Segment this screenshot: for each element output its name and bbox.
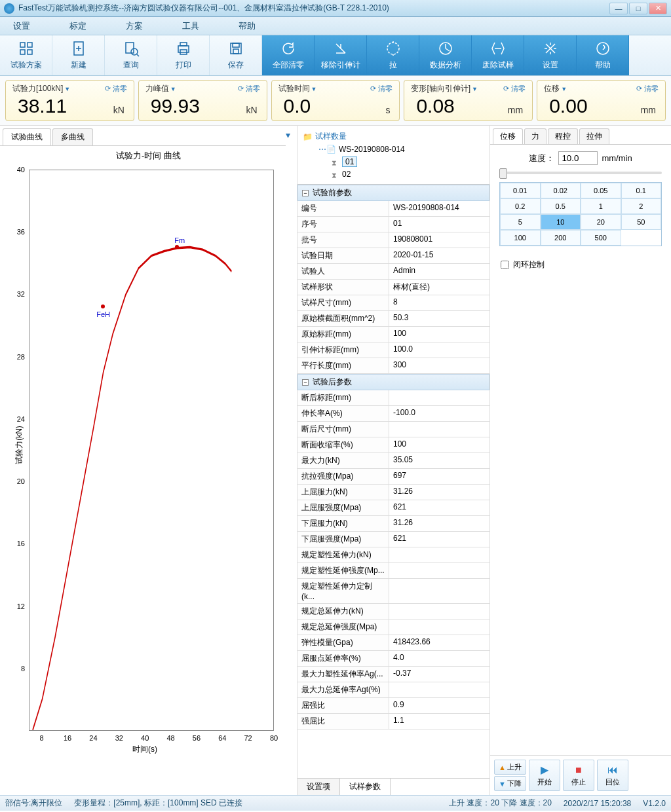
param-value[interactable]: Admin — [389, 264, 489, 279]
speed-preset[interactable]: 0.2 — [500, 198, 541, 214]
toolbar-4[interactable]: 保存 — [210, 35, 262, 75]
menu-settings[interactable]: 设置 — [13, 20, 30, 32]
param-value[interactable]: 418423.66 — [389, 635, 489, 650]
toolbar-10[interactable]: 设置 — [524, 35, 577, 75]
param-value[interactable]: 35.05 — [389, 453, 489, 468]
tab-single-curve[interactable]: 试验曲线 — [3, 128, 51, 145]
reset-button[interactable]: ⟳ 清零 — [636, 84, 659, 94]
param-value[interactable] — [389, 682, 489, 697]
param-section[interactable]: −试验前参数 — [297, 185, 489, 201]
toolbar-3[interactable]: 打印 — [157, 35, 210, 75]
menu-tools[interactable]: 工具 — [182, 20, 199, 32]
rtab-force[interactable]: 力 — [524, 128, 546, 144]
param-value[interactable]: 01 — [389, 217, 489, 232]
speed-preset[interactable]: 0.5 — [541, 198, 581, 214]
down-button[interactable]: ▼下降 — [494, 776, 526, 791]
param-section[interactable]: −试验后参数 — [297, 374, 489, 390]
toolbar-7[interactable]: 拉 — [367, 35, 419, 75]
param-value[interactable]: 1.1 — [389, 714, 489, 729]
speed-input[interactable] — [558, 151, 598, 165]
tree-sample-01[interactable]: 01 — [303, 155, 484, 168]
toolbar-2[interactable]: 查询 — [105, 35, 157, 75]
dropdown-icon[interactable]: ▼ — [561, 86, 567, 92]
param-value[interactable]: 100.0 — [389, 342, 489, 358]
reset-button[interactable]: ⟳ 清零 — [105, 84, 127, 94]
toolbar-9[interactable]: 废除试样 — [472, 35, 524, 75]
stop-button[interactable]: ■停止 — [563, 760, 594, 791]
param-value[interactable]: 621 — [389, 500, 489, 515]
up-button[interactable]: ▲上升 — [494, 760, 526, 775]
param-value[interactable]: 31.26 — [389, 485, 489, 500]
param-value[interactable]: -100.0 — [389, 406, 489, 421]
param-value[interactable]: 31.26 — [389, 516, 489, 531]
param-value[interactable]: 4.0 — [389, 651, 489, 666]
reset-button[interactable]: ⟳ 清零 — [503, 84, 526, 94]
speed-preset[interactable]: 50 — [621, 214, 662, 230]
speed-preset[interactable]: 0.05 — [581, 183, 621, 198]
param-value[interactable]: 2020-01-15 — [389, 248, 489, 263]
btab-sample-params[interactable]: 试样参数 — [340, 779, 391, 795]
speed-slider[interactable] — [499, 172, 662, 174]
speed-preset[interactable]: 100 — [500, 230, 541, 246]
param-value[interactable] — [389, 579, 489, 603]
param-value[interactable] — [389, 547, 489, 563]
return-button[interactable]: ⏮回位 — [597, 760, 628, 791]
param-value[interactable]: 190808001 — [389, 232, 489, 248]
speed-preset[interactable]: 0.1 — [621, 183, 662, 198]
toolbar-11[interactable]: 帮助 — [577, 35, 629, 75]
speed-preset[interactable]: 200 — [541, 230, 581, 246]
menu-help[interactable]: 帮助 — [239, 20, 256, 32]
close-button[interactable]: ✕ — [649, 3, 667, 14]
minimize-button[interactable]: — — [609, 3, 628, 14]
dropdown-icon[interactable]: ▼ — [472, 86, 478, 92]
speed-preset[interactable]: 2 — [621, 198, 662, 214]
maximize-button[interactable]: □ — [629, 3, 647, 14]
speed-preset[interactable]: 500 — [581, 230, 621, 246]
toolbar-8[interactable]: 数据分析 — [419, 35, 472, 75]
dropdown-icon[interactable]: ▼ — [64, 86, 70, 92]
collapse-icon[interactable]: − — [302, 379, 309, 386]
speed-preset[interactable]: 0.02 — [541, 183, 581, 198]
speed-preset[interactable]: 20 — [581, 214, 621, 230]
rtab-program[interactable]: 程控 — [548, 128, 578, 144]
param-value[interactable]: 100 — [389, 437, 489, 452]
closed-loop-input[interactable] — [501, 261, 509, 269]
rtab-displacement[interactable]: 位移 — [493, 128, 523, 144]
menu-plan[interactable]: 方案 — [126, 20, 143, 32]
toolbar-1[interactable]: 新建 — [52, 35, 105, 75]
rtab-tensile[interactable]: 拉伸 — [579, 128, 609, 144]
toolbar-5[interactable]: 全部清零 — [262, 35, 315, 75]
toolbar-0[interactable]: 试验方案 — [0, 35, 52, 75]
tree-batch[interactable]: ⋯📄WS-20190808-014 — [303, 143, 484, 155]
reset-button[interactable]: ⟳ 清零 — [238, 84, 260, 94]
tree-sample-02[interactable]: 02 — [303, 168, 484, 180]
toolbar-6[interactable]: 移除引伸计 — [315, 35, 367, 75]
param-value[interactable]: 697 — [389, 469, 489, 484]
speed-preset[interactable]: 1 — [581, 198, 621, 214]
param-value[interactable] — [389, 563, 489, 578]
menu-calibrate[interactable]: 标定 — [69, 20, 86, 32]
param-value[interactable] — [389, 604, 489, 619]
collapse-icon[interactable]: − — [302, 190, 309, 196]
closed-loop-checkbox[interactable]: 闭环控制 — [501, 259, 661, 270]
param-value[interactable]: 100 — [389, 327, 489, 342]
dropdown-icon[interactable]: ▼ — [311, 86, 317, 92]
param-value[interactable]: 50.3 — [389, 311, 489, 326]
tab-multi-curve[interactable]: 多曲线 — [52, 128, 93, 145]
dropdown-icon[interactable]: ▼ — [170, 86, 176, 92]
param-value[interactable]: 621 — [389, 532, 489, 547]
reset-button[interactable]: ⟳ 清零 — [370, 84, 393, 94]
param-value[interactable] — [389, 619, 489, 635]
param-value[interactable]: 8 — [389, 295, 489, 310]
speed-preset[interactable]: 10 — [541, 214, 581, 230]
btab-settings[interactable]: 设置项 — [297, 779, 340, 795]
param-value[interactable]: 0.9 — [389, 698, 489, 713]
speed-preset[interactable]: 0.01 — [500, 183, 541, 198]
start-button[interactable]: ▶开始 — [529, 760, 560, 791]
speed-preset[interactable]: 5 — [500, 214, 541, 230]
param-value[interactable] — [389, 422, 489, 437]
chart-dropdown-icon[interactable]: ▾ — [286, 130, 290, 146]
param-value[interactable]: 棒材(直径) — [389, 280, 489, 295]
param-value[interactable]: WS-20190808-014 — [389, 201, 489, 216]
param-value[interactable]: -0.37 — [389, 667, 489, 682]
